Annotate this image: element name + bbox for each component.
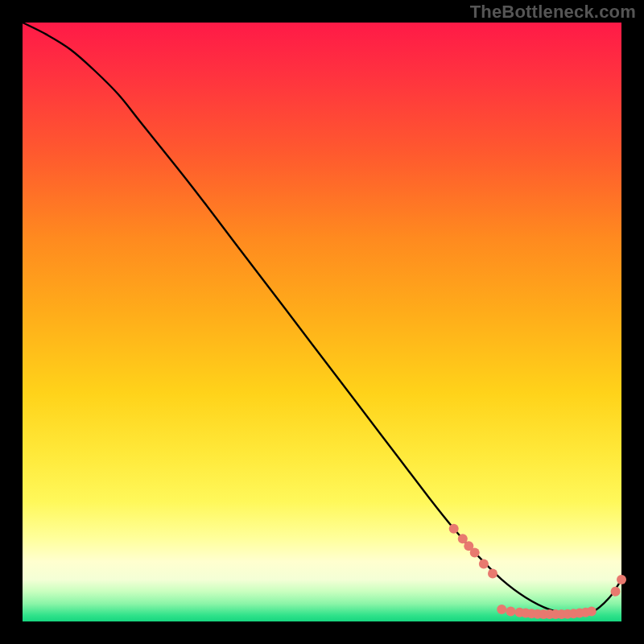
data-point [506, 606, 515, 616]
data-point [497, 605, 506, 614]
chart-svg [23, 23, 621, 621]
data-point [470, 547, 480, 557]
data-point [488, 569, 497, 579]
watermark-text: TheBottleneck.com [470, 2, 636, 23]
data-point [587, 606, 597, 616]
data-point [611, 587, 621, 597]
chart-frame: TheBottleneck.com [0, 0, 644, 644]
curve-line [23, 23, 621, 615]
data-point [449, 524, 459, 534]
data-point [479, 559, 489, 569]
plot-area [23, 23, 621, 621]
data-point [617, 575, 626, 584]
